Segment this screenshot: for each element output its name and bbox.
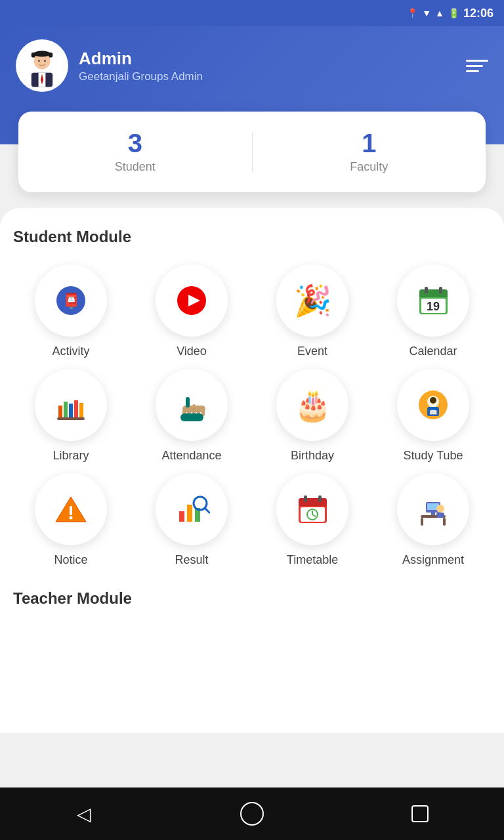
status-icons: 📍 ▼ ▲ 🔋 12:06: [407, 7, 494, 20]
svg-rect-40: [70, 506, 72, 515]
assignment-label: Assignment: [402, 553, 464, 567]
svg-rect-20: [58, 406, 62, 417]
video-icon-circle: [156, 264, 228, 337]
wifi-icon: ▼: [422, 8, 431, 18]
svg-rect-58: [443, 518, 446, 526]
avatar: [16, 39, 68, 92]
clock: 12:06: [463, 7, 494, 20]
bottom-nav: ◁: [0, 788, 504, 840]
module-item-library[interactable]: Library: [13, 369, 129, 463]
svg-point-3: [33, 51, 50, 57]
video-label: Video: [177, 345, 207, 358]
module-item-timetable[interactable]: Timetable: [255, 473, 370, 567]
timetable-label: Timetable: [287, 553, 338, 567]
faculty-label: Faculty: [253, 160, 486, 174]
module-item-birthday[interactable]: 🎂 Birthday: [255, 369, 370, 463]
faculty-count: 1: [253, 130, 486, 156]
svg-rect-25: [57, 417, 85, 420]
svg-point-36: [430, 397, 436, 404]
svg-point-7: [38, 60, 40, 62]
signal-icon: ▲: [435, 8, 444, 18]
module-item-video[interactable]: Video: [134, 264, 249, 358]
svg-text:📖: 📖: [429, 408, 438, 417]
svg-rect-55: [318, 495, 322, 502]
student-module-grid: 📮 Activity Video 🎉 Event: [13, 264, 491, 567]
svg-rect-19: [439, 287, 442, 293]
assignment-icon-circle: [397, 473, 469, 545]
result-label: Result: [175, 553, 208, 567]
status-bar: 📍 ▼ ▲ 🔋 12:06: [0, 0, 504, 26]
recent-icon: [411, 805, 429, 822]
svg-rect-63: [436, 513, 444, 518]
stats-card: 3 Student 1 Faculty: [18, 112, 486, 192]
svg-rect-42: [179, 511, 184, 522]
module-item-event[interactable]: 🎉 Event: [255, 264, 370, 358]
svg-rect-61: [431, 513, 435, 515]
module-item-notice[interactable]: Notice: [13, 473, 129, 567]
teacher-module-title: Teacher Module: [13, 589, 491, 608]
svg-point-41: [69, 516, 72, 519]
svg-text:19: 19: [426, 300, 439, 313]
svg-rect-31: [182, 406, 205, 412]
battery-icon: 🔋: [448, 8, 459, 18]
home-button[interactable]: [232, 794, 272, 833]
svg-rect-54: [304, 495, 307, 502]
back-icon: ◁: [77, 803, 91, 825]
svg-rect-33: [180, 413, 203, 421]
library-icon-circle: [35, 369, 107, 441]
recent-button[interactable]: [400, 794, 440, 833]
calendar-icon-circle: 19: [397, 264, 469, 337]
library-label: Library: [52, 449, 89, 463]
svg-rect-57: [421, 518, 423, 526]
attendance-icon-circle: [156, 369, 228, 441]
teacher-section: Teacher Module: [13, 583, 491, 633]
module-item-assignment[interactable]: Assignment: [375, 473, 491, 567]
svg-rect-23: [74, 400, 78, 417]
timetable-icon-circle: [276, 473, 348, 545]
header-left: Admin Geetanjali Groups Admin: [16, 39, 203, 92]
study-tube-label: Study Tube: [403, 449, 463, 463]
activity-label: Activity: [52, 345, 89, 358]
student-module-title: Student Module: [13, 228, 491, 246]
module-item-result[interactable]: Result: [134, 473, 249, 567]
student-count: 3: [18, 130, 252, 156]
notice-icon-circle: [35, 473, 107, 545]
faculty-stat[interactable]: 1 Faculty: [253, 130, 486, 174]
location-icon: 📍: [407, 8, 418, 18]
svg-rect-21: [64, 402, 68, 417]
notice-label: Notice: [54, 553, 87, 567]
birthday-label: Birthday: [291, 449, 334, 463]
event-label: Event: [297, 345, 327, 358]
attendance-label: Attendance: [161, 449, 221, 463]
header-text: Admin Geetanjali Groups Admin: [79, 49, 203, 83]
home-icon: [240, 802, 264, 826]
student-stat[interactable]: 3 Student: [18, 130, 252, 174]
main-content: Student Module 📮 Activity Video: [0, 208, 504, 733]
svg-rect-24: [79, 403, 83, 417]
result-icon-circle: [156, 473, 228, 545]
svg-rect-15: [419, 293, 448, 297]
svg-rect-22: [69, 404, 73, 417]
svg-point-8: [44, 60, 46, 62]
admin-name: Admin: [79, 49, 203, 69]
module-item-study-tube[interactable]: 📖 Study Tube: [375, 369, 491, 463]
admin-subtitle: Geetanjali Groups Admin: [79, 70, 203, 83]
event-icon-circle: 🎉: [276, 264, 348, 337]
svg-rect-32: [186, 397, 190, 408]
svg-rect-18: [425, 287, 428, 293]
module-item-activity[interactable]: 📮 Activity: [13, 264, 129, 358]
svg-line-46: [205, 508, 209, 513]
back-button[interactable]: ◁: [64, 794, 104, 833]
calendar-label: Calendar: [409, 345, 457, 358]
svg-rect-49: [299, 502, 327, 506]
birthday-icon-circle: 🎂: [276, 369, 348, 441]
module-item-calendar[interactable]: 19 Calendar: [375, 264, 491, 358]
module-item-attendance[interactable]: Attendance: [134, 369, 249, 463]
student-label: Student: [18, 160, 252, 174]
svg-text:📮: 📮: [62, 292, 80, 310]
hamburger-menu[interactable]: [466, 60, 488, 72]
activity-icon-circle: 📮: [35, 264, 107, 337]
study-tube-icon-circle: 📖: [397, 369, 469, 441]
svg-rect-43: [187, 505, 192, 522]
svg-point-62: [436, 505, 444, 513]
